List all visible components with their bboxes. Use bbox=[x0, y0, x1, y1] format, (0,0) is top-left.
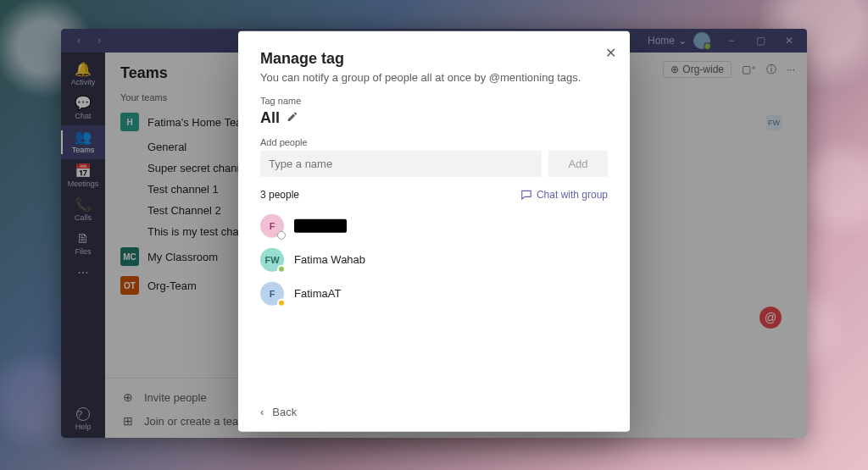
pencil-icon bbox=[287, 110, 298, 122]
add-people-label: Add people bbox=[260, 136, 608, 147]
chat-icon bbox=[520, 188, 532, 200]
member-avatar: FW bbox=[260, 247, 284, 271]
edit-tag-name-button[interactable] bbox=[287, 110, 298, 124]
back-button[interactable]: Back bbox=[272, 405, 297, 417]
member-avatar: F bbox=[260, 213, 284, 237]
people-count: 3 people bbox=[260, 188, 299, 200]
add-people-input[interactable] bbox=[260, 150, 542, 176]
presence-available-icon bbox=[277, 264, 286, 273]
modal-subtitle: You can notify a group of people all at … bbox=[260, 70, 608, 83]
presence-offline-icon bbox=[277, 230, 286, 239]
tag-name-value: All bbox=[260, 108, 280, 126]
tag-name-label: Tag name bbox=[260, 95, 608, 105]
member-name: FatimaAT bbox=[294, 287, 341, 300]
presence-away-icon bbox=[277, 298, 286, 307]
member-name: Fatima Wahab bbox=[294, 253, 365, 266]
chat-with-group-link[interactable]: Chat with group bbox=[520, 188, 608, 200]
member-name-redacted bbox=[294, 218, 347, 232]
back-arrow-icon[interactable]: ‹ bbox=[260, 405, 264, 417]
manage-tag-modal: ✕ Manage tag You can notify a group of p… bbox=[238, 30, 630, 431]
member-row[interactable]: F bbox=[260, 208, 608, 242]
add-button[interactable]: Add bbox=[548, 150, 608, 176]
member-avatar: F bbox=[260, 281, 284, 305]
modal-title: Manage tag bbox=[260, 49, 608, 67]
member-row[interactable]: F FatimaAT bbox=[260, 276, 608, 310]
member-row[interactable]: FW Fatima Wahab bbox=[260, 242, 608, 276]
close-button[interactable]: ✕ bbox=[605, 44, 616, 60]
